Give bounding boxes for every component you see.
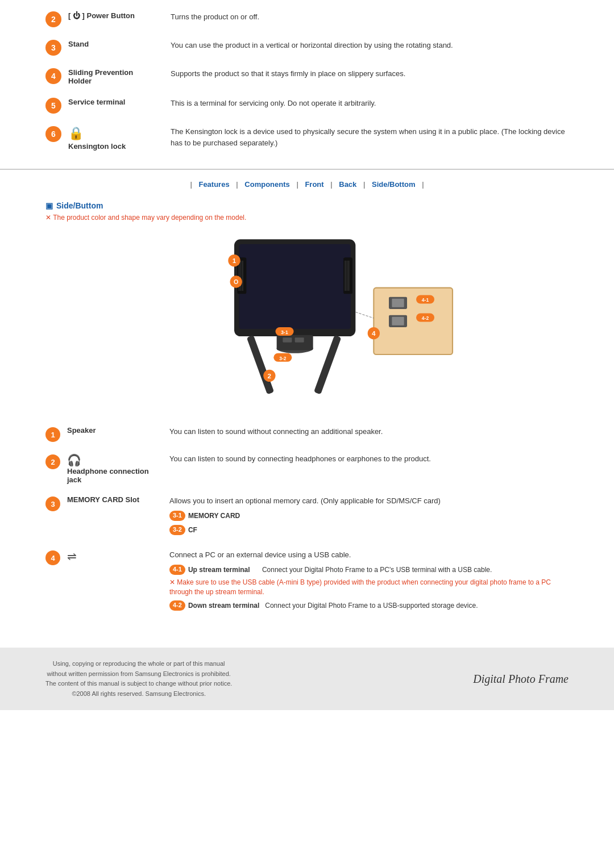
nav-pipe: | xyxy=(422,180,424,189)
feature-row-6: 6 🔒 Kensington lock The Kensington lock … xyxy=(45,126,569,151)
comp-desc-usb: Connect a PC or an external device using… xyxy=(169,549,569,614)
feature-row-2: 2 [ ⏻ ] Power Button Turns the product o… xyxy=(45,11,569,27)
headphone-icon: 🎧 xyxy=(67,453,169,467)
feature-row-5: 5 Service terminal This is a terminal fo… xyxy=(45,98,569,114)
badge-3: 3 xyxy=(45,40,61,56)
footer: Using, copying or reproducing the whole … xyxy=(0,648,614,710)
svg-rect-9 xyxy=(343,257,352,294)
top-section: 2 [ ⏻ ] Power Button Turns the product o… xyxy=(0,0,614,169)
nav-bar: | Features | Components | Front | Back |… xyxy=(0,170,614,195)
nav-pipe: | xyxy=(363,180,365,189)
comp-badge-4: 4 xyxy=(45,550,60,565)
usb-warning: Make sure to use the USB cable (A-mini B… xyxy=(169,578,569,597)
comp-label-group-3: MEMORY CARD Slot xyxy=(67,495,169,504)
section-icon: ▣ xyxy=(45,201,53,210)
nav-components[interactable]: Components xyxy=(244,180,289,189)
sub-item-4-1: 4-1 Up stream terminal Connect your Digi… xyxy=(169,565,569,575)
comp-label-memory: MEMORY CARD Slot xyxy=(67,495,169,504)
section-title-text: Side/Buttom xyxy=(56,201,103,210)
comp-label-group-2: 🎧 Headphone connection jack xyxy=(67,453,169,484)
feature-label-group-3: Stand xyxy=(68,40,171,48)
comp-badge-1: 1 xyxy=(45,427,60,442)
device-svg: 1 3-2 4-1 xyxy=(45,227,569,409)
section-warning: The product color and shape may vary dep… xyxy=(45,214,569,222)
nav-pipe: | xyxy=(330,180,332,189)
badge-6: 6 xyxy=(45,126,61,142)
footer-brand: Digital Photo Frame xyxy=(473,673,569,686)
svg-rect-2 xyxy=(247,335,275,395)
svg-rect-15 xyxy=(277,335,313,350)
page: 2 [ ⏻ ] Power Button Turns the product o… xyxy=(0,0,614,868)
sub-label-upstream: Up stream terminal xyxy=(188,565,256,575)
feature-desc-4: Supports the product so that it stays fi… xyxy=(171,68,405,80)
comp-row-speaker: 1 Speaker You can listen to sound withou… xyxy=(45,426,569,442)
feature-row-4: 4 Sliding PreventionHolder Supports the … xyxy=(45,68,569,85)
svg-text:O: O xyxy=(234,278,238,285)
feature-label-group-5: Service terminal xyxy=(68,98,171,106)
sub-badge-3-2: 3-2 xyxy=(169,525,185,535)
sub-badge-4-1: 4-1 xyxy=(169,565,185,575)
comp-label-group-1: Speaker xyxy=(67,426,169,435)
badge-4: 4 xyxy=(45,68,61,84)
nav-pipe: | xyxy=(190,180,192,189)
svg-rect-24 xyxy=(392,317,404,326)
svg-rect-22 xyxy=(392,299,404,307)
svg-line-29 xyxy=(355,312,374,318)
svg-text:4-2: 4-2 xyxy=(422,315,429,321)
comp-desc-speaker: You can listen to sound without connecti… xyxy=(169,426,383,438)
nav-front[interactable]: Front xyxy=(305,180,323,189)
sub-item-3-2: 3-2 CF xyxy=(169,525,441,536)
side-bottom-section: ▣ Side/Buttom The product color and shap… xyxy=(0,195,614,636)
nav-features[interactable]: Features xyxy=(198,180,229,189)
usb-icon: ⇌ xyxy=(67,550,77,562)
nav-side-bottom[interactable]: Side/Bottom xyxy=(372,180,416,189)
svg-text:3-2: 3-2 xyxy=(279,356,287,361)
svg-rect-20 xyxy=(374,288,453,354)
feature-row-3: 3 Stand You can use the product in a ver… xyxy=(45,40,569,56)
footer-text: Using, copying or reproducing the whole … xyxy=(45,659,232,699)
feature-desc-5: This is a terminal for servicing only. D… xyxy=(171,98,376,109)
svg-text:3-1: 3-1 xyxy=(281,329,288,335)
sub-item-4-2: 4-2 Down stream terminal Connect your Di… xyxy=(169,600,569,611)
feature-desc-3: You can use the product in a vertical or… xyxy=(171,40,453,51)
nav-back[interactable]: Back xyxy=(339,180,356,189)
sub-desc-downstream: Connect your Digital Photo Frame to a US… xyxy=(265,600,478,611)
comp-badge-2: 2 xyxy=(45,454,60,469)
feature-desc-2: Turns the product on or off. xyxy=(171,11,259,23)
comp-row-usb: 4 ⇌ Connect a PC or an external device u… xyxy=(45,549,569,614)
sub-item-3-1: 3-1 MEMORY CARD xyxy=(169,511,441,521)
sub-label-cf: CF xyxy=(188,525,256,536)
comp-desc-headphone: You can listen to sound by connecting he… xyxy=(169,453,431,465)
device-image-area: 1 3-2 4-1 xyxy=(45,227,569,409)
feature-label-group-6: 🔒 Kensington lock xyxy=(68,126,171,151)
badge-2: 2 xyxy=(45,11,61,27)
sub-label-downstream: Down stream terminal xyxy=(188,600,259,611)
section-title: ▣ Side/Buttom xyxy=(45,201,569,210)
svg-rect-16 xyxy=(283,337,292,343)
sub-badge-4-2: 4-2 xyxy=(169,600,185,611)
feature-label-group-4: Sliding PreventionHolder xyxy=(68,68,171,85)
sub-badge-3-1: 3-1 xyxy=(169,511,185,521)
sub-label-memory-card: MEMORY CARD xyxy=(188,511,256,521)
comp-row-headphone: 2 🎧 Headphone connection jack You can li… xyxy=(45,453,569,484)
svg-text:2: 2 xyxy=(268,372,272,379)
svg-text:1: 1 xyxy=(233,257,237,264)
svg-rect-1 xyxy=(239,244,351,329)
sub-desc-upstream: Connect your Digital Photo Frame to a PC… xyxy=(262,565,492,575)
feature-label-4: Sliding PreventionHolder xyxy=(68,68,133,85)
comp-desc-memory: Allows you to insert an optional memory … xyxy=(169,495,441,538)
svg-rect-3 xyxy=(314,335,342,395)
feature-label-3: Stand xyxy=(68,40,100,48)
svg-text:4: 4 xyxy=(372,329,376,337)
svg-text:4-1: 4-1 xyxy=(422,297,429,303)
badge-5: 5 xyxy=(45,98,61,114)
comp-row-memory: 3 MEMORY CARD Slot Allows you to insert … xyxy=(45,495,569,538)
component-list: 1 Speaker You can listen to sound withou… xyxy=(45,420,569,631)
comp-label-group-4: ⇌ xyxy=(67,549,169,563)
feature-label-5: Service terminal xyxy=(68,98,136,106)
comp-label-headphone-sub: jack xyxy=(67,475,169,484)
feature-label-6: Kensington lock xyxy=(68,142,137,151)
nav-pipe: | xyxy=(236,180,238,189)
feature-label-2: [ ⏻ ] Power Button xyxy=(68,11,146,20)
svg-rect-17 xyxy=(295,337,304,343)
